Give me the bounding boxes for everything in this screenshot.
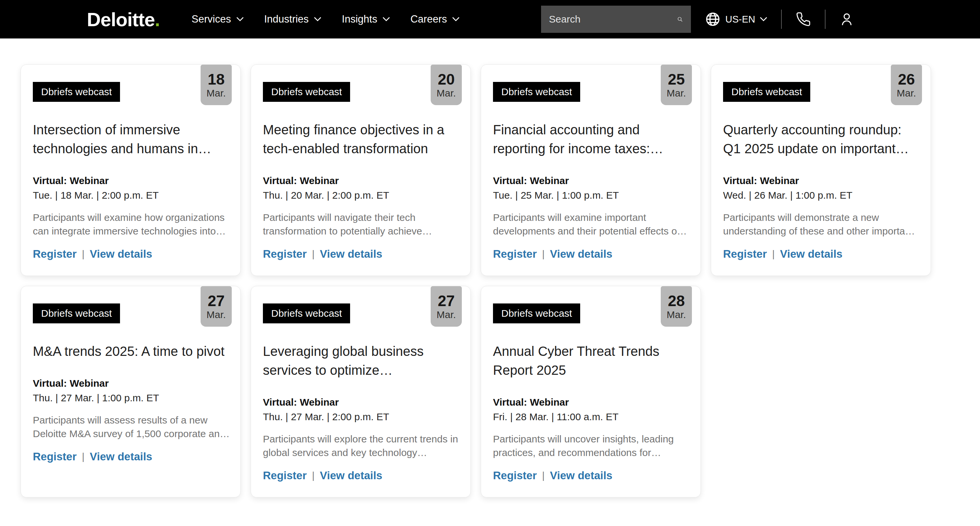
card-links: Register | View details <box>33 248 231 260</box>
search-icon[interactable] <box>677 13 683 25</box>
card-date-day: 28 <box>668 293 685 308</box>
register-link[interactable]: Register <box>493 469 537 482</box>
event-description: Participants will explore the current tr… <box>263 432 461 459</box>
nav-item-services[interactable]: Services <box>192 13 244 25</box>
nav-item-label: Careers <box>410 13 447 25</box>
search-box[interactable] <box>541 6 691 33</box>
profile-button[interactable] <box>840 12 854 27</box>
nav-item-careers[interactable]: Careers <box>410 13 460 25</box>
card-date-month: Mar. <box>667 310 686 320</box>
chevron-down-icon <box>452 17 460 22</box>
event-datetime: Fri. | 28 Mar. | 11:00 a.m. ET <box>493 410 691 424</box>
register-link[interactable]: Register <box>263 469 307 482</box>
chevron-down-icon <box>760 17 767 22</box>
event-datetime: Thu. | 27 Mar. | 1:00 p.m. ET <box>33 391 231 405</box>
view-details-link[interactable]: View details <box>90 248 152 260</box>
dbriefs-webcast-badge: Dbriefs webcast <box>33 303 120 324</box>
nav-item-label: Industries <box>264 13 309 25</box>
view-details-link[interactable]: View details <box>320 248 382 260</box>
event-meta: Virtual: Webinar Thu. | 27 Mar. | 2:00 p… <box>263 395 461 424</box>
language-selector[interactable]: US-EN <box>705 11 767 27</box>
card-date-day: 20 <box>438 72 455 87</box>
card-date-box: 25 Mar. <box>661 65 692 105</box>
register-link[interactable]: Register <box>493 248 537 260</box>
event-description: Participants will examine important deve… <box>493 210 691 238</box>
card-title: Financial accounting and reporting for i… <box>493 120 691 158</box>
card-date-day: 27 <box>208 293 224 308</box>
cards-grid: 18 Mar. Dbriefs webcast Intersection of … <box>0 64 980 497</box>
register-link[interactable]: Register <box>33 450 76 463</box>
header-divider <box>825 10 826 29</box>
event-description: Participants will assess results of a ne… <box>33 413 231 440</box>
dbriefs-webcast-badge: Dbriefs webcast <box>263 303 350 324</box>
view-details-link[interactable]: View details <box>320 469 382 482</box>
event-type: Virtual: Webinar <box>493 395 691 410</box>
dbriefs-webcast-badge: Dbriefs webcast <box>263 82 350 102</box>
event-datetime: Thu. | 27 Mar. | 2:00 p.m. ET <box>263 410 461 424</box>
register-link[interactable]: Register <box>263 248 307 260</box>
event-meta: Virtual: Webinar Thu. | 20 Mar. | 2:00 p… <box>263 174 461 202</box>
view-details-link[interactable]: View details <box>550 469 612 482</box>
link-separator: | <box>312 249 315 260</box>
card-title: Annual Cyber Threat Trends Report 2025 <box>493 342 691 380</box>
card-date-box: 20 Mar. <box>431 65 462 105</box>
event-description: Participants will examine how organizati… <box>33 210 231 238</box>
event-description: Participants will navigate their tech tr… <box>263 210 461 238</box>
event-datetime: Thu. | 20 Mar. | 2:00 p.m. ET <box>263 188 461 202</box>
deloitte-logo-green-dot: . <box>155 9 160 30</box>
link-separator: | <box>82 249 84 260</box>
card-date-box: 18 Mar. <box>200 65 232 105</box>
dbriefs-webcast-badge: Dbriefs webcast <box>493 82 580 102</box>
deloitte-logo[interactable]: Deloitte. <box>87 8 160 30</box>
header-right-group: US-EN <box>541 6 854 33</box>
card-date-box: 27 Mar. <box>200 286 232 327</box>
nav-item-label: Insights <box>342 13 377 25</box>
register-link[interactable]: Register <box>723 248 767 260</box>
phone-icon <box>795 11 811 27</box>
card-title: M&A trends 2025: A time to pivot <box>33 342 231 361</box>
webcast-card: 20 Mar. Dbriefs webcast Meeting finance … <box>251 64 471 276</box>
event-meta: Virtual: Webinar Fri. | 28 Mar. | 11:00 … <box>493 395 691 424</box>
view-details-link[interactable]: View details <box>90 450 152 463</box>
event-description: Participants will demonstrate a new unde… <box>723 210 921 238</box>
dbriefs-webcast-badge: Dbriefs webcast <box>723 82 810 102</box>
event-type: Virtual: Webinar <box>493 174 691 188</box>
event-type: Virtual: Webinar <box>263 395 461 410</box>
main-nav: Services Industries Insights Careers <box>192 13 460 25</box>
view-details-link[interactable]: View details <box>550 248 612 260</box>
event-type: Virtual: Webinar <box>33 174 231 188</box>
card-links: Register | View details <box>493 248 691 260</box>
nav-item-insights[interactable]: Insights <box>342 13 390 25</box>
card-date-box: 28 Mar. <box>661 286 692 327</box>
event-type: Virtual: Webinar <box>33 376 231 391</box>
card-date-day: 25 <box>668 72 685 87</box>
deloitte-logo-text: Deloitte <box>87 9 155 30</box>
search-input[interactable] <box>549 14 677 25</box>
event-datetime: Wed. | 26 Mar. | 1:00 p.m. ET <box>723 188 921 202</box>
nav-item-industries[interactable]: Industries <box>264 13 321 25</box>
card-links: Register | View details <box>493 469 691 482</box>
card-date-month: Mar. <box>897 88 916 98</box>
locale-label: US-EN <box>725 14 755 25</box>
webcast-card: 28 Mar. Dbriefs webcast Annual Cyber Thr… <box>481 286 701 497</box>
link-separator: | <box>312 470 315 481</box>
card-links: Register | View details <box>263 248 461 260</box>
person-icon <box>840 12 854 27</box>
dbriefs-webcast-badge: Dbriefs webcast <box>493 303 580 324</box>
event-datetime: Tue. | 25 Mar. | 1:00 p.m. ET <box>493 188 691 202</box>
contact-phone-button[interactable] <box>795 11 811 27</box>
view-details-link[interactable]: View details <box>780 248 842 260</box>
event-type: Virtual: Webinar <box>723 174 921 188</box>
event-type: Virtual: Webinar <box>263 174 461 188</box>
card-date-month: Mar. <box>207 310 226 320</box>
card-date-month: Mar. <box>207 88 226 98</box>
card-date-box: 27 Mar. <box>431 286 462 327</box>
card-links: Register | View details <box>263 469 461 482</box>
register-link[interactable]: Register <box>33 248 76 260</box>
link-separator: | <box>82 451 84 462</box>
card-title: Leveraging global business services to o… <box>263 342 461 380</box>
card-title: Intersection of immersive technologies a… <box>33 120 231 158</box>
card-links: Register | View details <box>33 450 231 463</box>
event-meta: Virtual: Webinar Wed. | 26 Mar. | 1:00 p… <box>723 174 921 202</box>
top-navigation-bar: Deloitte. Services Industries Insights C… <box>0 0 980 38</box>
